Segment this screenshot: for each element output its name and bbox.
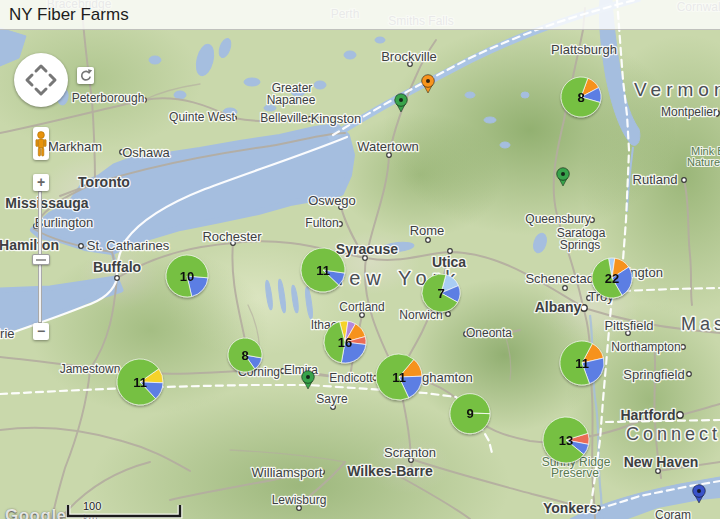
pan-right-icon[interactable]	[50, 75, 55, 85]
map-pin-green[interactable]	[395, 94, 408, 112]
map-label-hamilton: Hamilton	[0, 237, 59, 253]
map-label-brockville: Brockville	[381, 49, 437, 64]
cluster-marker[interactable]: 22	[592, 258, 632, 298]
map-label-montpelier: Montpelier	[661, 105, 717, 119]
map-canvas[interactable]: BracebridgePerthSmiths FallsCornwallMink…	[0, 0, 720, 519]
cluster-count: 10	[180, 269, 194, 284]
cluster-count: 9	[466, 406, 473, 421]
pan-left-icon[interactable]	[27, 75, 32, 85]
map-label-st-catharines: St. Catharines	[87, 238, 170, 253]
cluster-marker[interactable]: 8	[561, 77, 601, 117]
zoom-slider-handle[interactable]	[32, 254, 50, 265]
cluster-marker[interactable]: 13	[543, 417, 589, 463]
city-dot-buffalo	[115, 276, 120, 281]
cluster-count: 13	[559, 433, 573, 448]
map-label-syracuse: Syracuse	[336, 241, 398, 257]
map-label-cortland: Cortland	[339, 300, 384, 314]
google-logo[interactable]: Google	[5, 506, 67, 519]
map-label-pittsfield: Pittsfield	[604, 318, 653, 333]
map-label-schenectady: Schenectady	[525, 271, 601, 286]
map-label-northampton: Northampton	[611, 340, 680, 354]
map-label-mississauga: Mississauga	[5, 195, 88, 211]
city-dot-st-catharines	[79, 244, 84, 249]
cluster-marker[interactable]: 11	[301, 248, 345, 292]
cluster-count: 11	[316, 263, 330, 278]
map-label-kingston: Kingston	[311, 111, 362, 126]
cluster-count: 11	[575, 356, 589, 371]
map-label-scranton: Scranton	[384, 445, 436, 460]
cluster-count: 8	[241, 348, 248, 363]
city-dot-hartford	[677, 412, 683, 418]
map-label-endicott: Endicott	[329, 371, 373, 385]
city-dot-rutland	[682, 178, 687, 183]
lake-erie	[0, 278, 121, 332]
cluster-count: 22	[605, 271, 619, 286]
map-label-napanee: Napanee	[267, 93, 316, 107]
map-label-markham: Markham	[48, 139, 102, 154]
zoom-out-button[interactable]: −	[33, 323, 49, 340]
map-label-springfield: Springfield	[623, 367, 684, 382]
cluster-count: 8	[577, 90, 584, 105]
map-label-oshawa: Oshawa	[122, 145, 170, 160]
map-label-new-haven: New Haven	[624, 454, 699, 470]
map-label-nature-pr: Nature Pr	[687, 156, 720, 168]
map-label-oneonta: Oneonta	[466, 326, 512, 340]
page-header: NY Fiber Farms	[0, 0, 720, 30]
cluster-marker[interactable]: 8	[228, 338, 262, 372]
map-label-williamsport: Williamsport	[252, 465, 323, 480]
map-label-sayre: Sayre	[316, 392, 348, 406]
map-pin-orange[interactable]	[422, 75, 435, 93]
city-dot-northampton	[681, 345, 686, 350]
map-label-erie: Erie	[0, 326, 15, 341]
cluster-count: 7	[437, 286, 444, 301]
city-dot-schenectady	[563, 286, 568, 291]
map-label-plattsburgh: Plattsburgh	[551, 42, 617, 57]
cluster-count: 11	[392, 370, 406, 385]
map-label-oswego: Oswego	[308, 193, 356, 208]
scale-bracket	[66, 503, 184, 519]
map-label-buffalo: Buffalo	[93, 259, 141, 275]
map-pin-green[interactable]	[557, 168, 570, 186]
map-label-burlington: Burlington	[35, 215, 94, 230]
zoom-in-button[interactable]: +	[33, 174, 49, 191]
map-label-rochester: Rochester	[202, 229, 262, 244]
refresh-button[interactable]	[77, 67, 94, 84]
city-dot-utica	[448, 249, 453, 254]
pan-up-icon[interactable]	[36, 66, 46, 71]
map-label-peterborough: Peterborough	[72, 91, 145, 105]
map-label-rutland: Rutland	[633, 172, 678, 187]
cluster-marker[interactable]: 10	[166, 255, 208, 297]
map-label-toronto: Toronto	[78, 174, 130, 190]
pegman-button[interactable]	[33, 127, 49, 160]
map-label-hartford: Hartford	[620, 407, 675, 423]
cluster-marker[interactable]: 11	[117, 359, 163, 405]
map-label-wilkes-barre: Wilkes-Barre	[347, 463, 433, 479]
pan-control[interactable]	[14, 53, 68, 107]
cluster-marker[interactable]: 11	[560, 341, 604, 385]
cluster-marker[interactable]: 16	[324, 321, 366, 363]
cluster-marker[interactable]: 11	[376, 354, 422, 400]
map-label-connecticut: Connecticut	[626, 424, 720, 444]
refresh-icon	[77, 67, 94, 84]
pegman-icon	[33, 127, 49, 160]
city-dot-springfield	[687, 372, 692, 377]
city-dot-albany	[581, 305, 587, 311]
map-label-belleville: Belleville	[260, 111, 308, 125]
page-title: NY Fiber Farms	[9, 5, 129, 25]
map-label-quinte-west: Quinte West	[169, 110, 235, 124]
map-label-queensbury: Queensbury	[525, 212, 590, 226]
map-label-coram: Coram	[655, 508, 691, 519]
map-label-preserve: Preserve	[551, 466, 599, 480]
cluster-marker[interactable]: 9	[450, 394, 490, 434]
cluster-marker[interactable]: 7	[422, 274, 460, 312]
map-label-vermont: Vermont	[634, 79, 720, 100]
cluster-count: 16	[338, 335, 352, 350]
city-dot-rome	[426, 238, 431, 243]
city-dot-norwich	[446, 312, 451, 317]
map-label-yonkers: Yonkers	[543, 500, 597, 516]
map-label-lewisburg: Lewisburg	[272, 493, 327, 507]
map-label-watertown: Watertown	[357, 139, 419, 154]
cluster-count: 11	[133, 375, 147, 390]
map-label-jamestown: Jamestown	[60, 362, 121, 376]
pan-down-icon[interactable]	[36, 89, 46, 94]
